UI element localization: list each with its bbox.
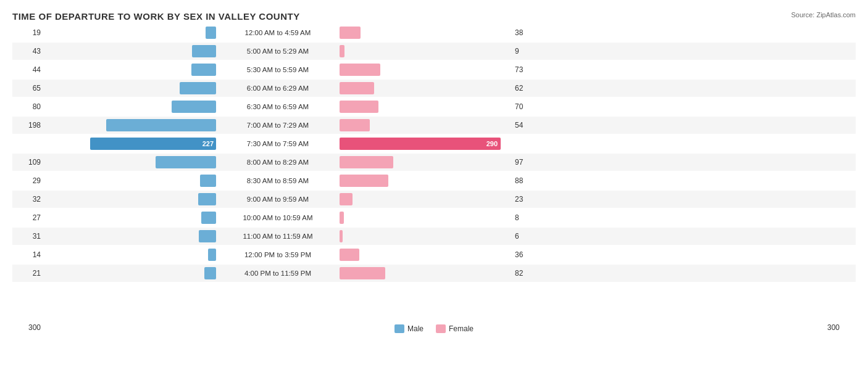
left-bar-container	[43, 26, 216, 39]
legend-male: Male	[394, 324, 424, 333]
right-value: 9	[512, 47, 543, 56]
time-label: 8:30 AM to 8:59 AM	[216, 177, 340, 184]
axis-right: 300	[825, 323, 856, 332]
source-text: Source: ZipAtlas.com	[791, 11, 856, 19]
male-bar	[198, 193, 216, 205]
female-bar: 290	[340, 138, 501, 150]
female-bar	[340, 175, 388, 187]
time-label: 7:00 AM to 7:29 AM	[216, 122, 340, 129]
chart-area: 1912:00 AM to 4:59 AM38435:00 AM to 5:29…	[12, 24, 856, 318]
right-value: 8	[512, 213, 543, 222]
legend-male-label: Male	[407, 324, 424, 333]
left-value: 21	[12, 269, 43, 278]
female-bar	[340, 267, 385, 279]
female-bar	[340, 101, 378, 113]
left-bar-container	[43, 248, 216, 262]
left-bar-container: 227	[43, 137, 216, 151]
female-bar	[340, 193, 353, 205]
male-bar	[180, 82, 216, 94]
axis-row: 300 Male Female 300	[12, 322, 856, 333]
legend-male-box	[394, 324, 404, 333]
left-bar-container	[43, 118, 216, 132]
right-bar-container	[340, 81, 512, 95]
chart-title: TIME OF DEPARTURE TO WORK BY SEX IN VALL…	[12, 11, 856, 22]
right-bar-container	[340, 229, 512, 243]
left-bar-container	[43, 211, 216, 225]
female-bar	[340, 82, 374, 94]
bar-row: 329:00 AM to 9:59 AM23	[12, 191, 856, 208]
time-label: 5:30 AM to 5:59 AM	[216, 66, 340, 73]
bar-row: 445:30 AM to 5:59 AM73	[12, 61, 856, 78]
right-bar-container	[340, 155, 512, 169]
right-value: 73	[512, 65, 543, 74]
male-bar	[208, 249, 216, 261]
right-value: 62	[512, 84, 543, 93]
time-label: 12:00 PM to 3:59 PM	[216, 251, 340, 258]
left-value: 65	[12, 84, 43, 93]
time-label: 8:00 AM to 8:29 AM	[216, 159, 340, 166]
right-value: 6	[512, 232, 543, 241]
bar-row: 2277:30 AM to 7:59 AM290	[12, 135, 856, 152]
left-bar-container	[43, 155, 216, 169]
right-bar-container	[340, 211, 512, 225]
left-bar-container	[43, 100, 216, 113]
male-bar	[206, 27, 216, 39]
left-value: 80	[12, 102, 43, 111]
left-bar-container	[43, 174, 216, 188]
female-bar	[340, 64, 380, 76]
female-bar	[340, 249, 359, 261]
left-bar-container	[43, 229, 216, 243]
bar-row: 1098:00 AM to 8:29 AM97	[12, 154, 856, 171]
right-value: 23	[512, 195, 543, 204]
right-bar-container	[340, 63, 512, 76]
time-label: 10:00 AM to 10:59 AM	[216, 214, 340, 221]
bar-row: 1987:00 AM to 7:29 AM54	[12, 117, 856, 134]
left-value: 14	[12, 250, 43, 259]
time-label: 7:30 AM to 7:59 AM	[216, 140, 340, 147]
right-bar-container	[340, 174, 512, 188]
female-bar	[340, 27, 361, 39]
female-bar	[340, 119, 370, 131]
left-value: 29	[12, 176, 43, 185]
legend-female: Female	[436, 324, 474, 333]
bar-row: 1912:00 AM to 4:59 AM38	[12, 24, 856, 41]
left-bar-container	[43, 81, 216, 95]
time-label: 9:00 AM to 9:59 AM	[216, 196, 340, 203]
male-bar	[200, 175, 216, 187]
left-value: 32	[12, 195, 43, 204]
legend-female-box	[436, 324, 446, 333]
bar-row: 1412:00 PM to 3:59 PM36	[12, 246, 856, 263]
male-bar	[156, 156, 216, 168]
legend: Male Female	[394, 324, 474, 333]
bar-row: 656:00 AM to 6:29 AM62	[12, 80, 856, 97]
right-bar-container	[340, 248, 512, 262]
left-value: 43	[12, 47, 43, 56]
right-bar-container	[340, 100, 512, 113]
right-bar-container	[340, 118, 512, 132]
male-bar	[201, 212, 216, 224]
time-label: 5:00 AM to 5:29 AM	[216, 47, 340, 55]
male-bar	[172, 101, 216, 113]
time-label: 12:00 AM to 4:59 AM	[216, 29, 340, 36]
left-bar-container	[43, 266, 216, 280]
chart-container: TIME OF DEPARTURE TO WORK BY SEX IN VALL…	[0, 0, 868, 367]
left-value: 27	[12, 213, 43, 222]
male-bar	[192, 45, 216, 57]
female-bar	[340, 230, 343, 242]
male-bar	[204, 267, 216, 279]
right-value: 54	[512, 121, 543, 130]
right-value: 70	[512, 102, 543, 111]
right-value: 88	[512, 176, 543, 185]
left-bar-container	[43, 63, 216, 76]
legend-female-label: Female	[449, 324, 474, 333]
female-bar	[340, 156, 393, 168]
right-bar-container	[340, 192, 512, 206]
bar-row: 435:00 AM to 5:29 AM9	[12, 43, 856, 60]
right-bar-container	[340, 266, 512, 280]
time-label: 6:30 AM to 6:59 AM	[216, 103, 340, 110]
bar-row: 214:00 PM to 11:59 PM82	[12, 265, 856, 282]
left-value: 19	[12, 28, 43, 37]
female-bar	[340, 45, 344, 57]
bar-row: 806:30 AM to 6:59 AM70	[12, 98, 856, 115]
right-value: 97	[512, 158, 543, 167]
